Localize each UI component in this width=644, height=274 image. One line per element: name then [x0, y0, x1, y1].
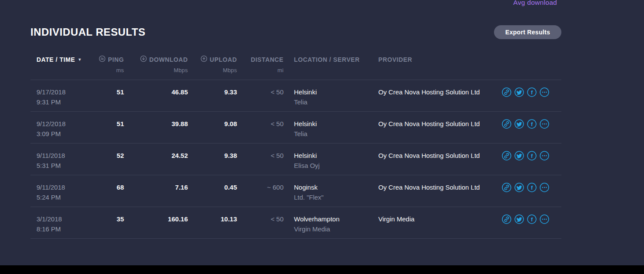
column-header-upload: UPLOAD Mbps	[188, 56, 237, 74]
server-city: Helsinki	[294, 150, 378, 160]
more-options-button[interactable]	[540, 183, 549, 192]
distance-cell: ~ 600	[237, 182, 284, 207]
facebook-share-button[interactable]: f	[527, 214, 537, 224]
location-server-cell: Wolverhampton Virgin Media	[284, 214, 378, 238]
more-icon	[540, 183, 549, 192]
ping-cell: 35	[102, 214, 124, 238]
ping-cell: 51	[102, 119, 124, 143]
table-row: 9/11/2018 5:24 PM 68 7.16 0.45 ~ 600 Nog…	[30, 175, 561, 207]
date-value: 9/12/2018	[37, 119, 102, 129]
more-options-button[interactable]	[540, 119, 549, 129]
more-icon	[540, 88, 549, 97]
export-results-button[interactable]: Export Results	[494, 25, 561, 39]
twitter-share-button[interactable]	[514, 151, 524, 160]
date-time-cell: 9/17/2018 9:31 PM	[30, 87, 102, 111]
more-icon	[540, 215, 549, 224]
column-header-distance: DISTANCE mi	[237, 56, 284, 74]
twitter-share-button[interactable]	[514, 119, 524, 129]
avg-download-link[interactable]: Avg download	[513, 0, 557, 7]
ping-cell: 52	[102, 150, 124, 175]
more-options-button[interactable]	[540, 87, 549, 97]
upload-cell: 9.33	[188, 87, 237, 111]
date-value: 9/17/2018	[37, 87, 102, 97]
svg-text:f: f	[531, 90, 533, 96]
table-row: 9/11/2018 5:31 PM 52 24.52 9.38 < 50 Hel…	[30, 144, 561, 175]
column-header-provider: PROVIDER	[378, 56, 496, 74]
column-header-date-time[interactable]: DATE / TIME ▾	[30, 56, 102, 74]
section-header: INDIVIDUAL RESULTS Export Results	[30, 25, 561, 39]
server-sponsor: Telia	[294, 129, 378, 139]
svg-text:f: f	[531, 217, 533, 223]
twitter-share-button[interactable]	[514, 183, 524, 192]
time-value: 5:24 PM	[37, 192, 102, 202]
upload-cell: 0.45	[188, 182, 237, 207]
column-header-share	[496, 56, 561, 74]
more-options-button[interactable]	[540, 151, 549, 160]
copy-link-button[interactable]	[502, 151, 511, 160]
facebook-share-button[interactable]: f	[527, 151, 537, 160]
facebook-share-button[interactable]: f	[527, 119, 537, 129]
table-body: 9/17/2018 9:31 PM 51 46.85 9.33 < 50 Hel…	[30, 80, 561, 239]
table-row: 9/12/2018 3:09 PM 51 39.88 9.08 < 50 Hel…	[30, 112, 561, 144]
twitter-share-button[interactable]	[514, 87, 524, 97]
time-value: 8:16 PM	[37, 224, 102, 234]
ping-cell: 51	[102, 87, 124, 111]
distance-unit-label: mi	[237, 67, 284, 74]
share-actions: f	[496, 214, 561, 238]
download-cell: 24.52	[124, 150, 188, 175]
provider-cell: Oy Crea Nova Hosting Solution Ltd	[378, 87, 496, 111]
time-value: 5:31 PM	[37, 160, 102, 170]
provider-cell: Oy Crea Nova Hosting Solution Ltd	[378, 182, 496, 207]
server-city: Helsinki	[294, 119, 378, 129]
server-city: Helsinki	[294, 87, 378, 97]
download-cell: 39.88	[124, 119, 188, 143]
download-cell: 46.85	[124, 87, 188, 111]
facebook-icon: f	[527, 151, 536, 160]
more-options-button[interactable]	[540, 214, 549, 224]
distance-cell: < 50	[237, 119, 284, 143]
download-arrow-icon	[140, 55, 147, 63]
ping-icon	[99, 55, 106, 63]
server-city: Noginsk	[294, 182, 378, 192]
sort-caret-icon: ▾	[79, 57, 81, 62]
server-city: Wolverhampton	[294, 214, 378, 224]
results-page: Avg download INDIVIDUAL RESULTS Export R…	[0, 0, 644, 265]
table-header-row: DATE / TIME ▾ PING ms	[30, 52, 561, 80]
share-actions: f	[496, 119, 561, 143]
link-icon	[502, 183, 511, 192]
server-sponsor: Elisa Oyj	[294, 160, 378, 170]
facebook-icon: f	[527, 88, 536, 97]
facebook-share-button[interactable]: f	[527, 183, 537, 192]
copy-link-button[interactable]	[502, 214, 511, 224]
upload-cell: 10.13	[188, 214, 237, 238]
date-value: 9/11/2018	[37, 150, 102, 160]
time-value: 3:09 PM	[37, 129, 102, 139]
twitter-share-button[interactable]	[514, 214, 524, 224]
upload-arrow-icon	[200, 55, 207, 63]
date-value: 9/11/2018	[37, 182, 102, 192]
share-actions: f	[496, 182, 561, 207]
upload-cell: 9.08	[188, 119, 237, 143]
table-row: 9/17/2018 9:31 PM 51 46.85 9.33 < 50 Hel…	[30, 80, 561, 112]
copy-link-button[interactable]	[502, 87, 511, 97]
twitter-icon	[515, 120, 524, 128]
distance-cell: < 50	[237, 87, 284, 111]
column-header-ping: PING ms	[102, 56, 124, 74]
copy-link-button[interactable]	[502, 119, 511, 129]
facebook-share-button[interactable]: f	[527, 87, 537, 97]
page-title: INDIVIDUAL RESULTS	[30, 26, 146, 38]
svg-text:f: f	[531, 185, 533, 191]
location-server-cell: Helsinki Telia	[284, 87, 378, 111]
date-time-cell: 9/12/2018 3:09 PM	[30, 119, 102, 143]
server-sponsor: Virgin Media	[294, 224, 378, 234]
date-value: 3/1/2018	[37, 214, 102, 224]
provider-cell: Oy Crea Nova Hosting Solution Ltd	[378, 119, 496, 143]
provider-cell: Virgin Media	[378, 214, 496, 238]
upload-unit-label: Mbps	[188, 67, 237, 74]
table-row: 3/1/2018 8:16 PM 35 160.16 10.13 < 50 Wo…	[30, 207, 561, 239]
results-table: DATE / TIME ▾ PING ms	[30, 52, 561, 239]
share-actions: f	[496, 150, 561, 175]
copy-link-button[interactable]	[502, 183, 511, 192]
twitter-icon	[515, 151, 524, 160]
time-value: 9:31 PM	[37, 97, 102, 107]
